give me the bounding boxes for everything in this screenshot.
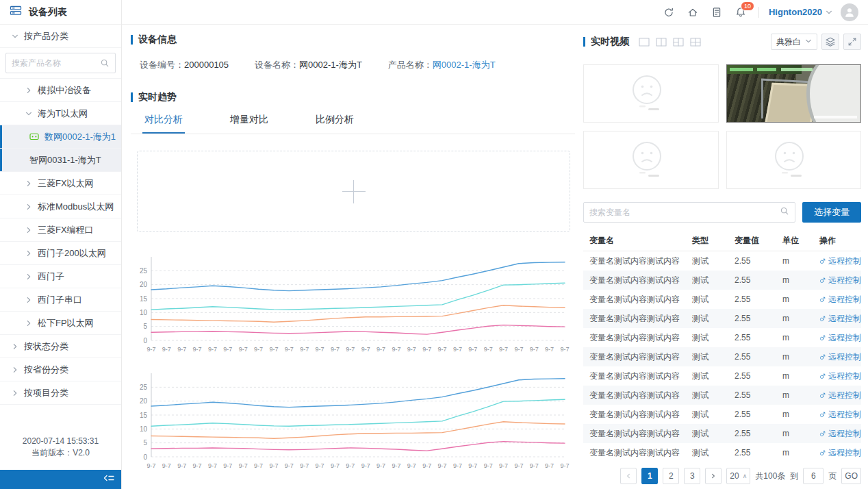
tab-比例分析[interactable]: 比例分析 (314, 106, 356, 134)
sidebar-spacer (0, 405, 121, 436)
svg-text:9-7: 9-7 (376, 346, 385, 353)
variable-search-input[interactable] (589, 208, 780, 217)
pagination-page-2[interactable]: 2 (663, 468, 679, 484)
goto-suffix: 页 (828, 471, 837, 482)
sidebar-item-海为T以太网[interactable]: 海为T以太网 (0, 102, 121, 125)
sidebar-item-label: 三菱FX以太网 (38, 177, 94, 190)
svg-text:9-7: 9-7 (560, 346, 569, 353)
remote-control-link[interactable]: 远程控制 (813, 390, 861, 401)
sidebar-item-标准Modbus以太网[interactable]: 标准Modbus以太网 (0, 195, 121, 218)
sidebar-collapse-bar[interactable] (0, 470, 121, 489)
pagination-page-1[interactable]: 1 (641, 468, 658, 484)
pagination-page-3[interactable]: 3 (684, 468, 700, 484)
remote-control-link[interactable]: 远程控制 (813, 409, 861, 421)
cell-value: 2.55 (728, 333, 776, 342)
collapse-sidebar-icon[interactable] (103, 473, 115, 486)
svg-text:0: 0 (143, 337, 147, 344)
remote-control-link[interactable]: 远程控制 (813, 275, 861, 286)
remote-control-label: 远程控制 (828, 351, 861, 363)
layout-1-icon[interactable] (639, 38, 650, 47)
sidebar-item-模拟中冶设备[interactable]: 模拟中冶设备 (0, 79, 121, 102)
remote-control-link[interactable]: 远程控制 (813, 255, 861, 267)
sidebar-item-按产品分类[interactable]: 按产品分类 (0, 25, 121, 48)
sidebar-item-西门子串口[interactable]: 西门子串口 (0, 288, 121, 312)
sidebar-item-松下FP以太网[interactable]: 松下FP以太网 (0, 312, 121, 335)
sidebar-item-西门子[interactable]: 西门子 (0, 265, 121, 288)
chevron-right-icon (12, 390, 18, 397)
layout-4-icon[interactable] (690, 38, 701, 47)
layout-2-icon[interactable] (656, 38, 667, 47)
svg-text:10: 10 (140, 425, 148, 433)
sidebar-item-西门子200以太网[interactable]: 西门子200以太网 (0, 242, 121, 265)
video-slot-2[interactable] (726, 64, 862, 123)
table-row: 变量名测试内容测试内容测试2.55m远程控制 (583, 386, 861, 405)
layout-1-icon (639, 38, 650, 47)
svg-text:9-7: 9-7 (376, 462, 385, 469)
goto-button[interactable]: GO (841, 468, 861, 484)
device-info-fields: 设备编号：200000105设备名称：网0002-1-海为T产品名称：网0002… (140, 59, 575, 71)
svg-text:9-7: 9-7 (331, 462, 340, 469)
document-button[interactable] (711, 7, 722, 18)
sidebar-item-数网0002-1-海为1[interactable]: 数网0002-1-海为1 (0, 125, 121, 149)
table-row: 变量名测试内容测试内容测试2.55m远程控制 (583, 290, 861, 309)
goto-page-input[interactable] (803, 468, 824, 484)
field-label: 设备名称： (255, 60, 299, 70)
svg-text:9-7: 9-7 (316, 462, 324, 469)
field-value: 200000105 (184, 60, 229, 70)
cell-unit: m (776, 256, 813, 266)
product-search-input[interactable] (12, 58, 100, 68)
fullscreen-button[interactable] (843, 34, 861, 50)
sidebar-item-按省份分类[interactable]: 按省份分类 (0, 358, 121, 381)
current-timestamp: 2020-07-14 15:53:31 (0, 436, 121, 447)
pagination-prev[interactable] (620, 468, 637, 484)
video-slot-3[interactable] (583, 131, 719, 189)
version-label: 当前版本：V2.0 (0, 447, 121, 459)
sidebar-item-三菱FX编程口[interactable]: 三菱FX编程口 (0, 218, 121, 242)
svg-text:9-7: 9-7 (331, 346, 340, 353)
add-chart-placeholder[interactable] (137, 151, 570, 232)
remote-control-link[interactable]: 远程控制 (813, 428, 861, 440)
tab-增量对比[interactable]: 增量对比 (228, 106, 270, 134)
cell-name: 变量名测试内容测试内容 (583, 255, 686, 267)
sidebar-item-三菱FX以太网[interactable]: 三菱FX以太网 (0, 172, 121, 195)
sidebar-item-按状态分类[interactable]: 按状态分类 (0, 335, 121, 358)
remote-control-link[interactable]: 远程控制 (813, 294, 861, 305)
chevron-down-icon (826, 9, 832, 16)
remote-control-link[interactable]: 远程控制 (813, 371, 861, 382)
product-name-link[interactable]: 网0002-1-海为T (433, 60, 496, 70)
cell-name: 变量名测试内容测试内容 (583, 447, 686, 459)
sidebar-item-按项目分类[interactable]: 按项目分类 (0, 381, 121, 405)
refresh-button[interactable] (663, 7, 674, 18)
select-variable-button[interactable]: 选择变量 (802, 202, 861, 223)
sidebar-item-智网0031-1-海为T[interactable]: 智网0031-1-海为T (0, 149, 121, 172)
variable-search (583, 202, 795, 223)
remote-control-link[interactable]: 远程控制 (813, 447, 861, 459)
cell-unit: m (776, 294, 813, 304)
svg-text:9-7: 9-7 (346, 462, 355, 469)
video-slot-1[interactable] (583, 64, 719, 123)
sidebar-item-label: 按省份分类 (24, 364, 68, 376)
layers-button[interactable] (821, 34, 839, 50)
svg-text:9-7: 9-7 (530, 346, 539, 353)
notification-button[interactable]: 10 (735, 7, 746, 18)
goto-prefix: 到 (790, 471, 798, 482)
pagination-next[interactable] (705, 468, 722, 484)
video-theme-select[interactable]: 典雅白 (771, 34, 817, 50)
remote-control-link[interactable]: 远程控制 (813, 313, 861, 325)
page-size-select[interactable]: 20∧ (726, 468, 750, 484)
tab-对比分析[interactable]: 对比分析 (142, 106, 185, 134)
device-icon (29, 132, 39, 141)
home-button[interactable] (687, 7, 698, 18)
layout-3-icon[interactable] (673, 38, 684, 47)
series-blue (151, 262, 565, 291)
remote-control-link[interactable]: 远程控制 (813, 332, 861, 344)
layout-2-icon (656, 38, 667, 47)
remote-control-link[interactable]: 远程控制 (813, 351, 861, 363)
avatar[interactable] (841, 3, 858, 21)
user-menu[interactable]: Hignton2020 (769, 6, 832, 18)
cell-unit: m (776, 275, 813, 285)
video-slot-4[interactable] (726, 131, 862, 189)
video-header: 实时视频 典雅白 (583, 34, 861, 50)
sidebar-item-label: 松下FP以太网 (38, 317, 94, 329)
svg-text:9-7: 9-7 (239, 346, 248, 353)
